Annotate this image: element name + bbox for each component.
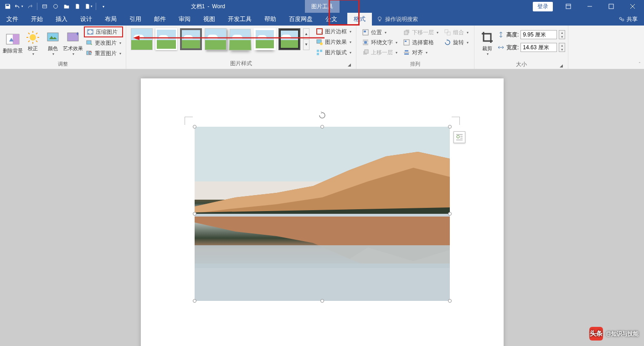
svg-point-6 (622, 19, 623, 21)
artistic-effects-button[interactable]: 艺术效果 (63, 26, 83, 59)
picture-content (195, 127, 450, 301)
change-picture-button[interactable]: 更改图片 (84, 38, 123, 48)
crop-icon (480, 30, 495, 45)
compress-pictures-button[interactable]: 压缩图片 (84, 26, 123, 37)
login-button[interactable]: 登录 (533, 2, 553, 11)
svg-rect-38 (195, 214, 450, 217)
picture-effects-button[interactable]: 图片效果 (314, 37, 353, 47)
size-launcher[interactable]: ◢ (558, 63, 564, 68)
rotate-handle[interactable] (318, 111, 326, 119)
tab-layout[interactable]: 布局 (98, 13, 123, 26)
redo-button[interactable] (25, 1, 35, 11)
svg-rect-0 (43, 5, 47, 8)
align-button[interactable]: 对齐 (401, 47, 440, 57)
handle-mr[interactable] (448, 212, 452, 216)
svg-rect-20 (317, 53, 319, 55)
tab-developer[interactable]: 开发工具 (222, 13, 258, 26)
handle-br[interactable] (448, 299, 452, 303)
group-arrange: 位置 环绕文字 上移一层 下移一层 选择窗格 对齐 组合 旋转 排列 (356, 26, 474, 69)
style-item-1[interactable] (131, 28, 153, 50)
group-button: 组合 (442, 27, 470, 37)
minimize-button[interactable] (579, 0, 600, 13)
remove-background-button[interactable]: 删除背景 (3, 26, 23, 59)
svg-rect-8 (13, 34, 19, 44)
handle-ml[interactable] (193, 212, 196, 216)
title-bar: ▾ ▾ ▾ 文档1 - Word 图片工具 登录 (0, 0, 644, 13)
handle-tr[interactable] (448, 125, 452, 129)
watermark-text: @知识与技能 (606, 330, 639, 338)
undo-button[interactable]: ▾ (14, 1, 24, 11)
tab-references[interactable]: 引用 (123, 13, 148, 26)
height-spinner[interactable]: ▲▼ (559, 30, 565, 39)
tab-help[interactable]: 帮助 (258, 13, 283, 26)
color-button[interactable]: 颜色 (43, 26, 63, 59)
bring-forward-button: 上移一层 (360, 47, 399, 57)
group-label-size: 大小◢ (477, 59, 565, 70)
handle-bm[interactable] (320, 299, 324, 303)
picture-style-gallery[interactable]: ▲▼ (129, 26, 311, 52)
tab-file[interactable]: 文件 (0, 13, 25, 26)
save-button[interactable] (3, 1, 13, 11)
handle-tm[interactable] (320, 125, 324, 129)
maximize-button[interactable] (601, 0, 622, 13)
styles-launcher[interactable]: ◢ (346, 62, 352, 67)
tab-view[interactable]: 视图 (197, 13, 222, 26)
ribbon-display-button[interactable] (558, 0, 579, 13)
reset-icon (86, 50, 93, 57)
rotate-icon (444, 39, 451, 46)
height-input-row: 高度: ▲▼ (497, 30, 565, 39)
height-input[interactable] (520, 30, 557, 39)
qat-btn-3[interactable]: ▾ (83, 1, 93, 11)
selected-picture[interactable] (195, 127, 450, 301)
width-input[interactable] (520, 43, 557, 52)
annotation-format-highlight (329, 0, 360, 26)
style-item-3[interactable] (180, 28, 202, 50)
layout-options-button[interactable] (453, 131, 465, 143)
qat-btn-2[interactable] (51, 1, 61, 11)
svg-point-9 (30, 34, 36, 41)
position-button[interactable]: 位置 (360, 27, 399, 37)
tab-design[interactable]: 设计 (74, 13, 98, 26)
qat-btn-1[interactable] (40, 1, 50, 11)
tell-me-search[interactable]: 操作说明搜索 (372, 15, 422, 23)
collapse-ribbon[interactable]: ˆ (639, 62, 640, 67)
svg-point-1 (54, 5, 58, 9)
corrections-button[interactable]: 校正 (23, 26, 43, 59)
change-pic-icon (86, 39, 93, 46)
reset-picture-button[interactable]: 重置图片 (84, 48, 123, 58)
tab-home[interactable]: 开始 (25, 13, 49, 26)
share-button[interactable]: 共享 (612, 15, 644, 23)
open-button[interactable] (62, 1, 72, 11)
style-item-5[interactable] (229, 29, 252, 51)
svg-rect-32 (445, 30, 448, 33)
page[interactable] (141, 78, 504, 346)
new-button[interactable] (72, 1, 82, 11)
group-adjust: 删除背景 校正 颜色 艺术效果 压缩图片 更改图 (0, 26, 126, 69)
rotate-button[interactable]: 旋转 (442, 37, 470, 47)
close-button[interactable] (622, 0, 643, 13)
handle-bl[interactable] (193, 299, 196, 303)
svg-rect-33 (447, 32, 450, 35)
style-item-4[interactable] (205, 28, 227, 50)
gallery-expand[interactable]: ▲▼ (303, 28, 309, 50)
style-item-6[interactable] (254, 28, 276, 50)
qat-customize[interactable]: ▾ (98, 1, 108, 11)
width-input-row: 宽度: ▲▼ (497, 43, 565, 52)
crop-button[interactable]: 裁剪 (477, 26, 497, 59)
svg-rect-27 (404, 31, 408, 35)
tab-review[interactable]: 审阅 (172, 13, 197, 26)
width-spinner[interactable]: ▲▼ (559, 43, 565, 52)
svg-point-17 (320, 42, 323, 45)
picture-border-button[interactable]: 图片边框 (314, 26, 353, 36)
tab-baidu[interactable]: 百度网盘 (283, 13, 319, 26)
tab-mailings[interactable]: 邮件 (148, 13, 172, 26)
style-item-2[interactable] (155, 28, 177, 50)
handle-tl[interactable] (193, 125, 196, 129)
wrap-text-button[interactable]: 环绕文字 (360, 37, 399, 47)
style-item-7[interactable] (278, 28, 300, 50)
tab-insert[interactable]: 插入 (49, 13, 74, 26)
height-label: 高度: (506, 31, 519, 39)
picture-layout-button[interactable]: 图片版式 (314, 47, 353, 57)
selection-pane-button[interactable]: 选择窗格 (401, 37, 440, 47)
quick-access-toolbar: ▾ ▾ ▾ (0, 1, 111, 11)
